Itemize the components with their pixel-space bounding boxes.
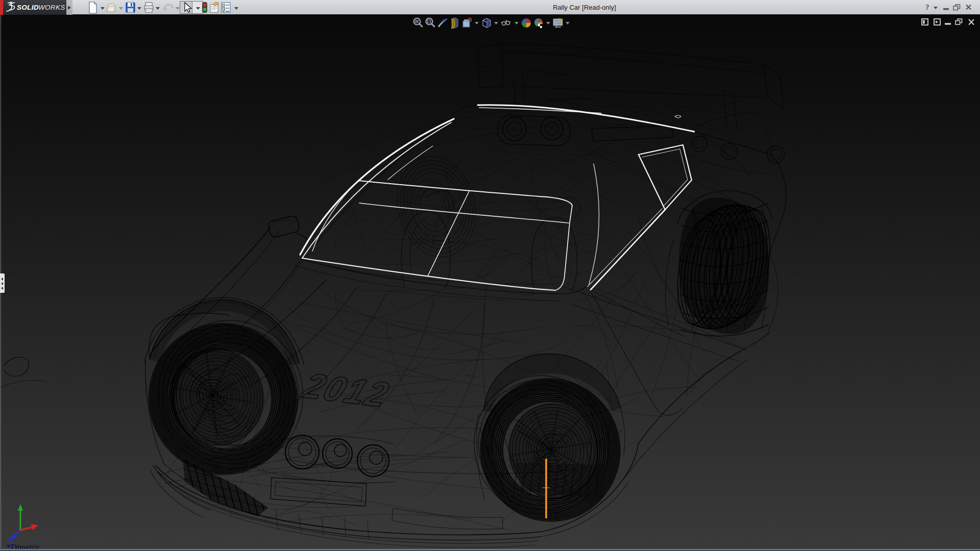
- svg-text:?: ?: [925, 3, 929, 11]
- svg-text:SOLID: SOLID: [17, 4, 39, 11]
- svg-text:2012: 2012: [297, 366, 395, 414]
- svg-text:WORKS: WORKS: [38, 4, 65, 11]
